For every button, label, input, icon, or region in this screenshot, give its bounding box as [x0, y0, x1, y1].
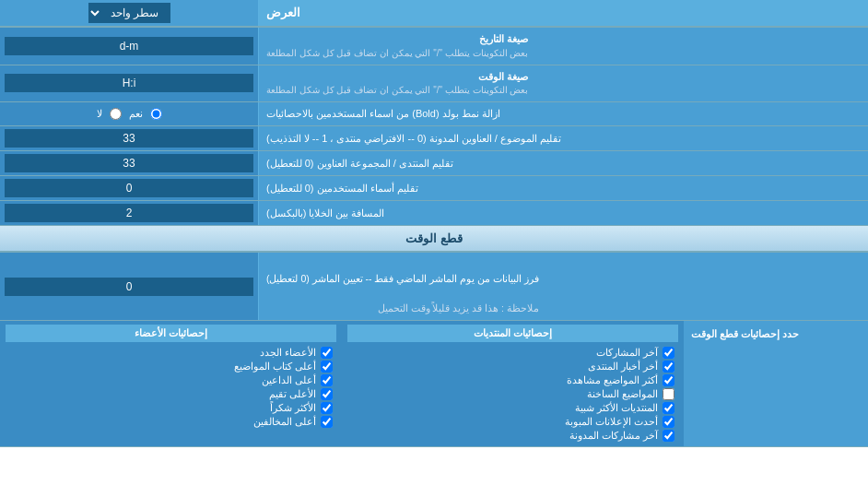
cb-member-6: أعلى المخالفين — [6, 415, 336, 429]
cb-member-2: أعلى كتاب المواضيع — [6, 360, 336, 373]
apply-label: حدد إحصائيات قطع الوقت — [691, 328, 799, 340]
bold-yes-label: نعم — [129, 108, 143, 120]
cb-forum-6-input[interactable] — [663, 416, 674, 428]
checkboxes-section: حدد إحصائيات قطع الوقت إحصائيات المنتديا… — [0, 321, 868, 447]
cb-member-3: أعلى الداعين — [6, 373, 336, 387]
date-format-input-cell — [0, 28, 258, 64]
forum-stats-header: إحصائيات المنتديات — [347, 325, 678, 342]
cb-forum-4-input[interactable] — [663, 388, 674, 400]
time-format-input-cell — [0, 65, 258, 101]
page-header: العرض — [258, 0, 868, 26]
forum-address-label: تقليم المنتدى / المجموعة العناوين (0 للت… — [258, 151, 868, 175]
date-format-input[interactable] — [5, 37, 253, 55]
cb-forum-2-input[interactable] — [663, 361, 674, 373]
usernames-trim-input-cell — [0, 176, 258, 200]
cb-forum-5: المنتديات الأكثر شبية — [347, 401, 678, 415]
usernames-trim-input[interactable] — [5, 179, 253, 197]
time-format-label: صيغة الوقت بعض التكوينات يتطلب "/" التي … — [258, 65, 868, 101]
cb-member-5-input[interactable] — [321, 402, 333, 414]
bold-no-radio[interactable] — [110, 108, 122, 120]
cb-forum-5-input[interactable] — [663, 402, 674, 414]
cb-forum-2: أخر أخبار المنتدى — [347, 360, 678, 373]
single-line-select[interactable]: سطر واحد — [88, 3, 170, 23]
cell-distance-label: المسافة بين الخلايا (بالبكسل) — [258, 201, 868, 225]
bold-remove-radio-cell: نعم لا — [0, 102, 258, 125]
snapshot-input-cell — [0, 253, 258, 320]
member-stats-section: إحصائيات الأعضاء الأعضاء الجدد أعلى كتاب… — [0, 321, 342, 446]
snapshot-input[interactable] — [5, 278, 253, 296]
cb-forum-6: أحدث الإعلانات المبوبة — [347, 415, 678, 429]
bold-no-label: لا — [97, 108, 102, 120]
cell-distance-input[interactable] — [5, 204, 253, 222]
cb-member-4: الأعلى تقيم — [6, 387, 336, 401]
cb-forum-1: آخر المشاركات — [347, 346, 678, 360]
bold-remove-label: ازالة نمط بولد (Bold) من اسماء المستخدمي… — [258, 102, 868, 125]
usernames-trim-label: تقليم أسماء المستخدمين (0 للتعطيل) — [258, 176, 868, 200]
subject-address-label: تقليم الموضوع / العناوين المدونة (0 -- ا… — [258, 126, 868, 150]
cb-forum-7: آخر مشاركات المدونة — [347, 429, 678, 443]
cb-forum-7-input[interactable] — [663, 430, 674, 442]
cb-member-5: الأكثر شكراً — [6, 401, 336, 415]
cb-member-1: الأعضاء الجدد — [6, 346, 336, 360]
cb-forum-1-input[interactable] — [663, 347, 674, 359]
single-line-cell: سطر واحد — [0, 0, 258, 26]
time-format-input[interactable] — [5, 74, 253, 92]
forum-address-input-cell — [0, 151, 258, 175]
subject-address-input-cell — [0, 126, 258, 150]
bold-yes-radio[interactable] — [150, 108, 162, 120]
forum-address-input[interactable] — [5, 154, 253, 172]
snapshot-section-header: قطع الوقت — [0, 226, 868, 253]
forum-stats-section: إحصائيات المنتديات آخر المشاركات أخر أخب… — [342, 321, 684, 446]
date-format-label: صيغة التاريخ بعض التكوينات يتطلب "/" الت… — [258, 28, 868, 64]
cb-forum-3: أكثر المواضيع مشاهدة — [347, 373, 678, 387]
cell-distance-input-cell — [0, 201, 258, 225]
member-stats-header: إحصائيات الأعضاء — [6, 325, 336, 342]
cb-member-3-input[interactable] — [321, 374, 333, 386]
cb-member-4-input[interactable] — [321, 388, 333, 400]
cb-forum-4: المواضيع الساخنة — [347, 387, 678, 401]
cb-member-2-input[interactable] — [321, 361, 333, 373]
cb-forum-3-input[interactable] — [663, 374, 674, 386]
cb-member-1-input[interactable] — [321, 347, 333, 359]
cb-member-6-input[interactable] — [321, 416, 333, 428]
apply-section: حدد إحصائيات قطع الوقت — [684, 321, 868, 446]
subject-address-input[interactable] — [5, 129, 253, 148]
snapshot-label: فرز البيانات من يوم الماشر الماضي فقط --… — [258, 253, 868, 320]
